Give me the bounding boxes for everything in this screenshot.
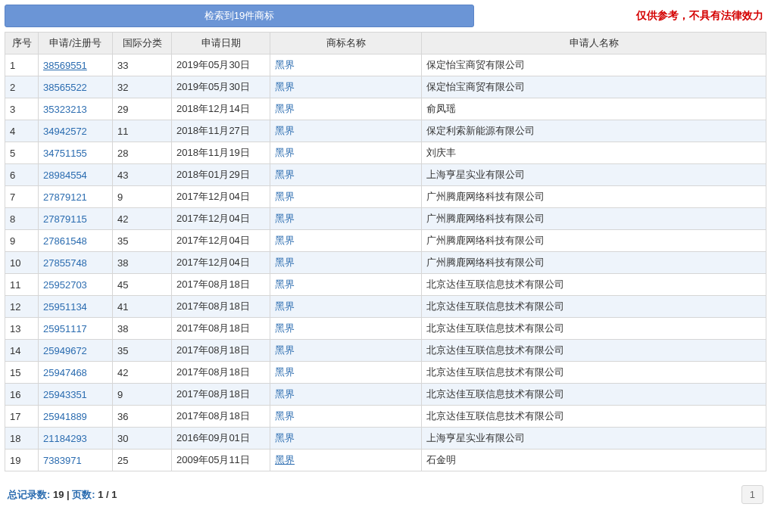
cell-trademark-name: 黑界	[270, 164, 422, 186]
regno-link[interactable]: 7383971	[43, 455, 82, 466]
cell-date: 2017年08月18日	[172, 274, 270, 296]
trademark-name-link[interactable]: 黑界	[275, 432, 295, 443]
cell-applicant: 石金明	[422, 450, 766, 471]
page-button-1[interactable]: 1	[741, 485, 763, 504]
regno-link[interactable]: 27879115	[43, 213, 87, 225]
cell-applicant: 广州腾鹿网络科技有限公司	[422, 186, 766, 208]
trademark-name-link[interactable]: 黑界	[275, 147, 295, 158]
trademark-name-link[interactable]: 黑界	[275, 125, 295, 136]
cell-applicant: 广州腾鹿网络科技有限公司	[422, 208, 766, 230]
trademark-name-link[interactable]: 黑界	[275, 81, 295, 92]
table-row: 162594335192017年08月18日黑界北京达佳互联信息技术有限公司	[5, 384, 766, 406]
trademark-name-link[interactable]: 黑界	[275, 278, 295, 290]
cell-applicant: 保定利索新能源有限公司	[422, 120, 766, 142]
cell-applicant: 北京达佳互联信息技术有限公司	[422, 318, 766, 340]
table-row: 1725941889362017年08月18日黑界北京达佳互联信息技术有限公司	[5, 406, 766, 428]
trademark-name-link[interactable]: 黑界	[275, 169, 295, 180]
cell-class: 9	[113, 384, 172, 406]
cell-applicant: 北京达佳互联信息技术有限公司	[422, 340, 766, 362]
cell-class: 42	[113, 208, 172, 230]
table-row: 927861548352017年12月04日黑界广州腾鹿网络科技有限公司	[5, 230, 766, 252]
cell-regno: 27861548	[39, 230, 113, 252]
regno-link[interactable]: 25951117	[43, 323, 87, 334]
table-row: 72787912192017年12月04日黑界广州腾鹿网络科技有限公司	[5, 186, 766, 208]
trademark-name-link[interactable]: 黑界	[275, 344, 295, 356]
table-row: 434942572112018年11月27日黑界保定利索新能源有限公司	[5, 120, 766, 142]
cell-applicant: 北京达佳互联信息技术有限公司	[422, 274, 766, 296]
trademark-name-link[interactable]: 黑界	[275, 300, 295, 312]
cell-date: 2018年11月19日	[172, 142, 270, 164]
regno-link[interactable]: 25951134	[43, 301, 87, 313]
regno-link[interactable]: 27855748	[43, 257, 87, 269]
cell-class: 35	[113, 230, 172, 252]
cell-date: 2017年12月04日	[172, 230, 270, 252]
cell-regno: 25949672	[39, 340, 113, 362]
trademark-name-link[interactable]: 黑界	[275, 454, 295, 465]
trademark-name-link[interactable]: 黑界	[275, 191, 295, 202]
table-row: 1325951117382017年08月18日黑界北京达佳互联信息技术有限公司	[5, 318, 766, 340]
cell-trademark-name: 黑界	[270, 296, 422, 318]
trademark-name-link[interactable]: 黑界	[275, 322, 295, 334]
cell-index: 7	[5, 186, 39, 208]
regno-link[interactable]: 38565522	[43, 82, 87, 93]
cell-class: 29	[113, 98, 172, 120]
cell-class: 9	[113, 186, 172, 208]
table-header-row: 序号 申请/注册号 国际分类 申请日期 商标名称 申请人名称	[5, 33, 766, 54]
trademark-name-link[interactable]: 黑界	[275, 235, 295, 246]
cell-index: 9	[5, 230, 39, 252]
cell-applicant: 北京达佳互联信息技术有限公司	[422, 406, 766, 428]
cell-trademark-name: 黑界	[270, 406, 422, 428]
cell-date: 2017年12月04日	[172, 252, 270, 274]
regno-link[interactable]: 25947468	[43, 367, 87, 378]
trademark-name-link[interactable]: 黑界	[275, 59, 295, 70]
table-row: 1225951134412017年08月18日黑界北京达佳互联信息技术有限公司	[5, 296, 766, 318]
cell-date: 2018年01月29日	[172, 164, 270, 186]
cell-index: 15	[5, 362, 39, 384]
col-header-index: 序号	[5, 33, 39, 54]
cell-class: 42	[113, 362, 172, 384]
regno-link[interactable]: 28984554	[43, 170, 87, 181]
cell-class: 35	[113, 340, 172, 362]
cell-date: 2018年12月14日	[172, 98, 270, 120]
cell-class: 41	[113, 296, 172, 318]
cell-applicant: 广州腾鹿网络科技有限公司	[422, 230, 766, 252]
col-header-applicant: 申请人名称	[422, 33, 766, 54]
cell-regno: 38569551	[39, 54, 113, 76]
cell-class: 32	[113, 76, 172, 98]
cell-regno: 35323213	[39, 98, 113, 120]
trademark-name-link[interactable]: 黑界	[275, 388, 295, 400]
cell-index: 19	[5, 450, 39, 471]
regno-link[interactable]: 25943351	[43, 389, 87, 400]
regno-link[interactable]: 27861548	[43, 235, 87, 247]
cell-date: 2017年08月18日	[172, 296, 270, 318]
cell-applicant: 保定怡宝商贸有限公司	[422, 54, 766, 76]
cell-date: 2016年09月01日	[172, 428, 270, 450]
cell-regno: 25951134	[39, 296, 113, 318]
cell-index: 12	[5, 296, 39, 318]
trademark-name-link[interactable]: 黑界	[275, 410, 295, 422]
cell-regno: 38565522	[39, 76, 113, 98]
regno-link[interactable]: 34751155	[43, 148, 87, 159]
trademark-name-link[interactable]: 黑界	[275, 103, 295, 114]
regno-link[interactable]: 25952703	[43, 279, 87, 291]
regno-link[interactable]: 25941889	[43, 411, 87, 422]
cell-trademark-name: 黑界	[270, 120, 422, 142]
cell-applicant: 刘庆丰	[422, 142, 766, 164]
cell-index: 3	[5, 98, 39, 120]
cell-class: 38	[113, 318, 172, 340]
cell-applicant: 北京达佳互联信息技术有限公司	[422, 296, 766, 318]
cell-index: 10	[5, 252, 39, 274]
trademark-name-link[interactable]: 黑界	[275, 213, 295, 224]
trademark-name-link[interactable]: 黑界	[275, 257, 295, 268]
regno-link[interactable]: 25949672	[43, 345, 87, 356]
regno-link[interactable]: 21184293	[43, 433, 87, 444]
cell-index: 11	[5, 274, 39, 296]
regno-link[interactable]: 27879121	[43, 191, 87, 203]
regno-link[interactable]: 38569551	[43, 60, 87, 71]
regno-link[interactable]: 34942572	[43, 126, 87, 137]
trademark-name-link[interactable]: 黑界	[275, 366, 295, 378]
legal-disclaimer: 仅供参考，不具有法律效力	[482, 9, 766, 23]
cell-trademark-name: 黑界	[270, 208, 422, 230]
cell-date: 2017年12月04日	[172, 208, 270, 230]
regno-link[interactable]: 35323213	[43, 104, 87, 115]
